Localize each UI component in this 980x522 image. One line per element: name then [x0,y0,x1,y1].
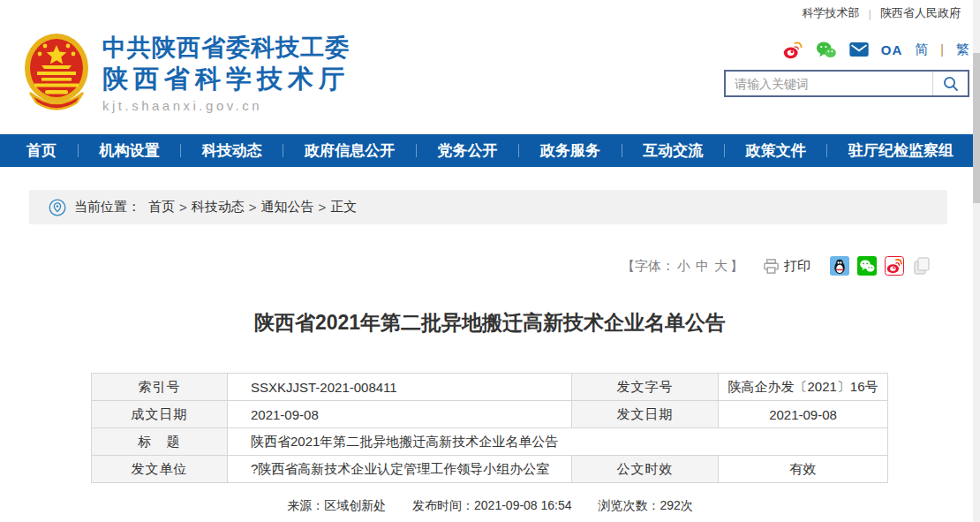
table-row: 成文日期 2021-09-08 发文日期 2021-09-08 [92,401,888,428]
top-links-separator: | [869,7,871,20]
breadcrumb-home[interactable]: 首页 [148,199,175,216]
link-most[interactable]: 科学技术部 [803,5,860,21]
weibo-share-icon[interactable] [885,256,904,276]
copy-icon[interactable] [912,256,931,276]
publish-value: 2021-09-08 16:54 [474,498,572,512]
main-nav: 首页 机构设置 科技动态 政府信息公开 党务公开 政务服务 互动交流 政策文件 … [0,134,980,167]
scrollbar-track[interactable] [973,0,980,522]
font-size-medium-button[interactable]: 中 [696,258,709,275]
nav-item-interaction[interactable]: 互动交流 [643,140,703,161]
meta-label-issue-date: 发文日期 [572,401,719,428]
site-branding: 中共陕西省委科技工委 陕西省科学技术厅 kjt.shaanxi.gov.cn [102,28,350,134]
meta-value-validity: 有效 [719,456,888,483]
document-meta-table: 索引号 SSXKJJST-2021-008411 发文字号 陕高企办发〔2021… [91,373,888,483]
nav-item-discipline[interactable]: 驻厅纪检监察组 [848,140,954,161]
views-value: 292次 [660,498,692,512]
site-header: 中共陕西省委科技工委 陕西省科学技术厅 kjt.shaanxi.gov.cn [0,26,980,134]
table-row: 发文单位 ?陕西省高新技术企业认定管理工作领导小组办公室 公文时效 有效 [92,456,888,483]
national-emblem-icon [22,32,91,111]
meta-label-doc-number: 发文字号 [572,374,719,401]
article-tools: 【字体： 小 中 大 】 打印 [29,256,947,276]
meta-value-issuer: ?陕西省高新技术企业认定管理工作领导小组办公室 [228,456,572,483]
nav-separator [416,144,417,157]
print-button[interactable]: 打印 [763,258,810,275]
location-pin-icon [49,199,66,216]
nav-separator [622,144,622,157]
meta-value-doc-number: 陕高企办发〔2021〕16号 [719,374,888,401]
table-row: 索引号 SSXKJJST-2021-008411 发文字号 陕高企办发〔2021… [92,374,888,401]
lang-traditional[interactable]: 繁 [956,42,969,58]
weibo-icon[interactable] [783,41,803,59]
org-name-line2: 陕西省科学技术厅 [102,64,350,95]
lang-separator: | [940,42,944,57]
meta-label-validity: 公文时效 [572,456,719,483]
share-icons [830,256,931,276]
wechat-share-icon[interactable] [857,256,877,276]
breadcrumb-current: 正文 [330,199,357,216]
breadcrumb-notices[interactable]: 通知公告 [261,199,314,216]
page-title: 陕西省2021年第二批异地搬迁高新技术企业名单公告 [0,309,980,337]
breadcrumb-separator: > [179,200,187,215]
header-right-column: OA 简 | 繁 [724,28,969,134]
org-name-line1: 中共陕西省委科技工委 [102,34,350,64]
nav-item-org[interactable]: 机构设置 [99,140,159,161]
nav-item-party-affairs[interactable]: 党务公开 [438,140,498,161]
breadcrumb-separator: > [319,200,327,215]
breadcrumb-label: 当前位置： [74,199,140,216]
meta-value-index: SSXKJJST-2021-008411 [228,374,572,401]
quick-links-row: OA 简 | 繁 [724,39,969,60]
breadcrumb-tech-news[interactable]: 科技动态 [192,199,245,216]
nav-separator [518,144,519,157]
mail-icon[interactable] [849,42,869,57]
search-input[interactable] [726,72,932,95]
meta-label-title: 标 题 [92,428,228,456]
nav-item-gov-info[interactable]: 政府信息公开 [305,140,395,161]
meta-value-written-date: 2021-09-08 [228,401,572,428]
source-value: 区域创新处 [324,498,386,512]
site-domain: kjt.shaanxi.gov.cn [102,98,350,113]
scrollbar-thumb[interactable] [973,53,980,203]
publish-time-group: 发布时间：2021-09-08 16:54 [412,498,572,512]
search-icon [942,75,960,93]
meta-label-issuer: 发文单位 [92,456,228,483]
printer-icon [763,258,780,275]
qq-share-icon[interactable] [830,256,849,276]
search-button[interactable] [932,72,968,95]
views-label: 浏览次数： [598,498,660,512]
breadcrumb-separator: > [249,200,257,215]
nav-separator [724,144,725,157]
nav-item-tech-news[interactable]: 科技动态 [202,140,262,161]
nav-item-policy-docs[interactable]: 政策文件 [746,140,806,161]
meta-label-index: 索引号 [92,374,228,401]
oa-link[interactable]: OA [881,42,903,57]
breadcrumb: 当前位置： 首页 > 科技动态 > 通知公告 > 正文 [29,190,947,224]
nav-separator [826,144,827,157]
source-label: 来源： [287,498,324,512]
top-links-bar: 科学技术部 | 陕西省人民政府 [0,0,980,26]
source-group: 来源：区域创新处 [287,498,386,512]
meta-label-written-date: 成文日期 [92,401,228,428]
nav-separator [78,144,79,157]
search-box [724,70,969,97]
table-row: 标 题 陕西省2021年第二批异地搬迁高新技术企业名单公告 [92,428,888,456]
meta-value-issue-date: 2021-09-08 [719,401,888,428]
views-group: 浏览次数：292次 [598,498,692,512]
print-label: 打印 [784,258,810,275]
nav-separator [180,144,181,157]
publish-label: 发布时间： [412,498,474,512]
font-size-small-button[interactable]: 小 [677,258,690,275]
nav-item-home[interactable]: 首页 [26,140,57,161]
source-line: 来源：区域创新处 发布时间：2021-09-08 16:54 浏览次数：292次 [0,498,980,514]
wechat-icon[interactable] [816,41,837,59]
national-emblem-logo [22,32,91,134]
link-provincial-gov[interactable]: 陕西省人民政府 [880,5,961,21]
font-size-prefix: 【字体： [622,258,675,275]
font-size-large-button[interactable]: 大 [714,258,727,275]
nav-item-services[interactable]: 政务服务 [540,140,600,161]
lang-simplified[interactable]: 简 [915,42,928,58]
font-size-suffix: 】 [730,258,743,275]
nav-separator [283,144,283,157]
meta-value-title: 陕西省2021年第二批异地搬迁高新技术企业名单公告 [228,428,888,456]
